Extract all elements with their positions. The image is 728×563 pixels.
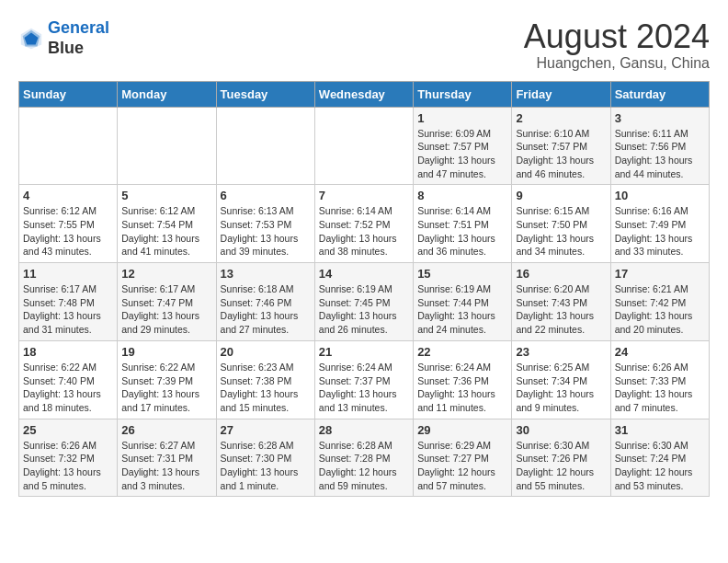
day-info: Sunrise: 6:13 AMSunset: 7:53 PMDaylight:…: [221, 204, 311, 259]
day-cell: 5Sunrise: 6:12 AMSunset: 7:54 PMDaylight…: [118, 185, 216, 263]
day-number: 20: [221, 345, 311, 359]
day-number: 2: [516, 111, 606, 125]
day-cell: 7Sunrise: 6:14 AMSunset: 7:52 PMDaylight…: [314, 185, 413, 263]
day-info: Sunrise: 6:22 AMSunset: 7:39 PMDaylight:…: [121, 361, 211, 415]
day-number: 5: [121, 189, 211, 202]
day-cell: 17Sunrise: 6:21 AMSunset: 7:42 PMDayligh…: [610, 263, 709, 341]
day-number: 15: [417, 267, 507, 281]
day-info: Sunrise: 6:30 AMSunset: 7:26 PMDaylight:…: [516, 439, 606, 493]
day-number: 14: [319, 267, 409, 281]
day-cell: [216, 107, 314, 185]
day-info: Sunrise: 6:10 AMSunset: 7:57 PMDaylight:…: [516, 127, 606, 181]
day-info: Sunrise: 6:21 AMSunset: 7:42 PMDaylight:…: [615, 282, 705, 337]
day-cell: 15Sunrise: 6:19 AMSunset: 7:44 PMDayligh…: [414, 263, 512, 341]
day-info: Sunrise: 6:22 AMSunset: 7:40 PMDaylight:…: [23, 361, 113, 415]
day-number: 21: [319, 345, 409, 359]
day-info: Sunrise: 6:19 AMSunset: 7:44 PMDaylight:…: [417, 282, 507, 337]
day-info: Sunrise: 6:18 AMSunset: 7:46 PMDaylight:…: [221, 282, 311, 337]
day-cell: 29Sunrise: 6:29 AMSunset: 7:27 PMDayligh…: [414, 419, 512, 497]
day-number: 18: [23, 345, 113, 359]
day-info: Sunrise: 6:26 AMSunset: 7:33 PMDaylight:…: [615, 361, 705, 415]
day-cell: 11Sunrise: 6:17 AMSunset: 7:48 PMDayligh…: [19, 263, 118, 341]
day-cell: 3Sunrise: 6:11 AMSunset: 7:56 PMDaylight…: [610, 107, 709, 185]
day-info: Sunrise: 6:27 AMSunset: 7:31 PMDaylight:…: [121, 439, 211, 493]
day-number: 22: [417, 345, 507, 359]
day-info: Sunrise: 6:14 AMSunset: 7:51 PMDaylight:…: [417, 204, 507, 259]
day-info: Sunrise: 6:28 AMSunset: 7:30 PMDaylight:…: [221, 439, 311, 493]
day-number: 24: [615, 345, 705, 359]
day-number: 16: [516, 267, 606, 281]
day-number: 13: [221, 267, 311, 281]
logo-line2: Blue: [48, 39, 109, 59]
day-cell: 1Sunrise: 6:09 AMSunset: 7:57 PMDaylight…: [414, 107, 512, 185]
logo: General Blue: [18, 18, 109, 58]
day-number: 11: [23, 267, 113, 281]
header-cell-tuesday: Tuesday: [216, 81, 314, 107]
day-number: 8: [417, 189, 507, 202]
logo-icon: [18, 26, 44, 52]
day-info: Sunrise: 6:14 AMSunset: 7:52 PMDaylight:…: [319, 204, 409, 259]
day-number: 17: [615, 267, 705, 281]
header-cell-friday: Friday: [512, 81, 610, 107]
day-cell: 27Sunrise: 6:28 AMSunset: 7:30 PMDayligh…: [216, 419, 314, 497]
day-info: Sunrise: 6:17 AMSunset: 7:47 PMDaylight:…: [121, 282, 211, 337]
day-cell: 2Sunrise: 6:10 AMSunset: 7:57 PMDaylight…: [512, 107, 610, 185]
day-info: Sunrise: 6:28 AMSunset: 7:28 PMDaylight:…: [319, 439, 409, 493]
day-cell: [118, 107, 216, 185]
day-number: 6: [221, 189, 311, 202]
day-number: 7: [319, 189, 409, 202]
day-info: Sunrise: 6:16 AMSunset: 7:49 PMDaylight:…: [615, 204, 705, 259]
day-info: Sunrise: 6:17 AMSunset: 7:48 PMDaylight:…: [23, 282, 113, 337]
day-cell: 25Sunrise: 6:26 AMSunset: 7:32 PMDayligh…: [19, 419, 118, 497]
day-number: 28: [319, 423, 409, 437]
week-row-2: 11Sunrise: 6:17 AMSunset: 7:48 PMDayligh…: [19, 263, 710, 341]
logo-line1: General: [48, 18, 109, 37]
page-header: General Blue August 2024 Huangchen, Gans…: [18, 18, 710, 72]
week-row-1: 4Sunrise: 6:12 AMSunset: 7:55 PMDaylight…: [19, 185, 710, 263]
day-cell: 10Sunrise: 6:16 AMSunset: 7:49 PMDayligh…: [610, 185, 709, 263]
day-number: 4: [23, 189, 113, 202]
day-number: 1: [417, 111, 507, 125]
day-cell: 13Sunrise: 6:18 AMSunset: 7:46 PMDayligh…: [216, 263, 314, 341]
day-info: Sunrise: 6:26 AMSunset: 7:32 PMDaylight:…: [23, 439, 113, 493]
calendar-body: 1Sunrise: 6:09 AMSunset: 7:57 PMDaylight…: [19, 107, 710, 497]
day-cell: 4Sunrise: 6:12 AMSunset: 7:55 PMDaylight…: [19, 185, 118, 263]
day-cell: 14Sunrise: 6:19 AMSunset: 7:45 PMDayligh…: [314, 263, 413, 341]
day-cell: 22Sunrise: 6:24 AMSunset: 7:36 PMDayligh…: [414, 340, 512, 419]
day-info: Sunrise: 6:12 AMSunset: 7:55 PMDaylight:…: [23, 204, 113, 259]
day-info: Sunrise: 6:20 AMSunset: 7:43 PMDaylight:…: [516, 282, 606, 337]
day-cell: 12Sunrise: 6:17 AMSunset: 7:47 PMDayligh…: [118, 263, 216, 341]
day-cell: 28Sunrise: 6:28 AMSunset: 7:28 PMDayligh…: [314, 419, 413, 497]
day-number: 25: [23, 423, 113, 437]
day-cell: 8Sunrise: 6:14 AMSunset: 7:51 PMDaylight…: [414, 185, 512, 263]
calendar-header: SundayMondayTuesdayWednesdayThursdayFrid…: [19, 81, 710, 107]
day-info: Sunrise: 6:23 AMSunset: 7:38 PMDaylight:…: [221, 361, 311, 415]
day-cell: 26Sunrise: 6:27 AMSunset: 7:31 PMDayligh…: [118, 419, 216, 497]
day-info: Sunrise: 6:29 AMSunset: 7:27 PMDaylight:…: [417, 439, 507, 493]
day-cell: 21Sunrise: 6:24 AMSunset: 7:37 PMDayligh…: [314, 340, 413, 419]
day-number: 26: [121, 423, 211, 437]
day-cell: 9Sunrise: 6:15 AMSunset: 7:50 PMDaylight…: [512, 185, 610, 263]
day-number: 29: [417, 423, 507, 437]
calendar-table: SundayMondayTuesdayWednesdayThursdayFrid…: [18, 81, 710, 498]
day-info: Sunrise: 6:24 AMSunset: 7:36 PMDaylight:…: [417, 361, 507, 415]
title-block: August 2024 Huangchen, Gansu, China: [524, 18, 710, 72]
day-cell: 6Sunrise: 6:13 AMSunset: 7:53 PMDaylight…: [216, 185, 314, 263]
header-row: SundayMondayTuesdayWednesdayThursdayFrid…: [19, 81, 710, 107]
day-number: 27: [221, 423, 311, 437]
day-cell: 24Sunrise: 6:26 AMSunset: 7:33 PMDayligh…: [610, 340, 709, 419]
day-number: 9: [516, 189, 606, 202]
day-cell: 16Sunrise: 6:20 AMSunset: 7:43 PMDayligh…: [512, 263, 610, 341]
day-info: Sunrise: 6:30 AMSunset: 7:24 PMDaylight:…: [615, 439, 705, 493]
day-info: Sunrise: 6:24 AMSunset: 7:37 PMDaylight:…: [319, 361, 409, 415]
day-cell: 31Sunrise: 6:30 AMSunset: 7:24 PMDayligh…: [610, 419, 709, 497]
day-number: 19: [121, 345, 211, 359]
day-cell: 20Sunrise: 6:23 AMSunset: 7:38 PMDayligh…: [216, 340, 314, 419]
day-cell: 30Sunrise: 6:30 AMSunset: 7:26 PMDayligh…: [512, 419, 610, 497]
header-cell-monday: Monday: [118, 81, 216, 107]
day-info: Sunrise: 6:15 AMSunset: 7:50 PMDaylight:…: [516, 204, 606, 259]
day-info: Sunrise: 6:12 AMSunset: 7:54 PMDaylight:…: [121, 204, 211, 259]
day-number: 12: [121, 267, 211, 281]
day-info: Sunrise: 6:09 AMSunset: 7:57 PMDaylight:…: [417, 127, 507, 181]
header-cell-thursday: Thursday: [414, 81, 512, 107]
